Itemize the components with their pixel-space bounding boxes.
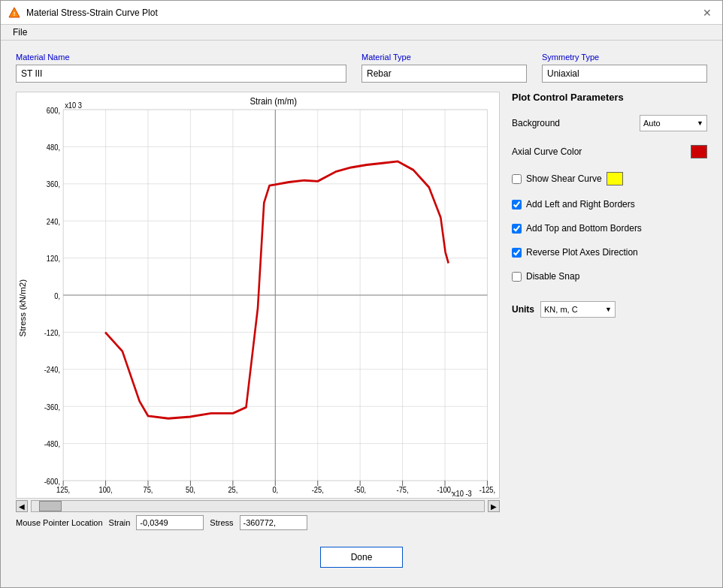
title-bar-left: ! Material Stress-Strain Curve Plot [8,7,158,19]
symmetry-type-label: Symmetry Type [542,53,707,62]
svg-text:-120,: -120, [44,329,60,338]
mouse-pointer-label: Mouse Pointer Location [16,518,103,527]
axial-curve-color-label: Axial Curve Color [512,146,685,157]
mouse-pointer-row: Mouse Pointer Location Strain Stress [16,515,500,530]
add-left-right-label: Add Left and Right Borders [526,199,635,210]
shear-curve-color-swatch[interactable] [607,172,623,185]
menu-bar: File [1,25,722,41]
fields-row: Material Name Material Type Symmetry Typ… [16,53,707,83]
stress-label: Stress [210,518,233,527]
disable-snap-checkbox[interactable] [512,272,522,282]
scroll-left-button[interactable]: ◀ [16,500,28,512]
material-name-label: Material Name [16,53,346,62]
scroll-right-button[interactable]: ▶ [488,500,500,512]
material-name-input[interactable] [16,65,346,83]
material-type-input[interactable] [362,65,527,83]
material-type-group: Material Type [362,53,527,83]
svg-text:240,: 240, [47,217,60,226]
add-left-right-row: Add Left and Right Borders [512,199,707,210]
svg-text:-480,: -480, [44,440,60,449]
svg-text:-75,: -75, [397,486,409,495]
units-dropdown-arrow: ▼ [605,306,612,313]
svg-text:-600,: -600, [44,477,60,486]
main-area: Strain (m/m) Stress (kN/m2) x10 3 x10 -3 [16,92,707,530]
background-value: Auto [643,119,661,128]
disable-snap-label: Disable Snap [526,271,579,282]
axial-curve-color-row: Axial Curve Color [512,145,707,158]
add-top-bottom-label: Add Top and Bottom Borders [526,223,642,234]
background-dropdown-arrow: ▼ [697,119,703,127]
svg-text:0,: 0, [54,291,60,300]
svg-text:360,: 360, [47,180,60,189]
background-dropdown[interactable]: Auto ▼ [640,115,707,131]
show-shear-curve-row: Show Shear Curve [512,172,707,185]
svg-text:x10 -3: x10 -3 [452,489,472,498]
material-type-label: Material Type [362,53,527,62]
done-button[interactable]: Done [320,547,404,568]
svg-text:25,: 25, [228,486,237,495]
reverse-plot-row: Reverse Plot Axes Direction [512,247,707,258]
svg-text:Stress  (kN/m2): Stress (kN/m2) [19,279,27,337]
scroll-thumb[interactable] [39,501,62,511]
svg-text:-100,: -100, [437,486,452,495]
scroll-track[interactable] [31,500,485,512]
background-row: Background Auto ▼ [512,115,707,131]
units-label: Units [512,304,534,315]
svg-text:100,: 100, [99,486,113,495]
plot-svg: Strain (m/m) Stress (kN/m2) x10 3 x10 -3 [17,92,499,498]
svg-text:0,: 0, [272,486,278,495]
svg-text:50,: 50, [186,486,195,495]
plot-area: Strain (m/m) Stress (kN/m2) x10 3 x10 -3 [16,92,500,499]
reverse-plot-checkbox[interactable] [512,248,522,258]
symmetry-type-input[interactable] [542,65,707,83]
svg-text:600,: 600, [47,106,60,115]
app-icon: ! [8,7,20,19]
add-top-bottom-checkbox[interactable] [512,224,522,234]
svg-text:Strain  (m/m): Strain (m/m) [250,96,297,107]
svg-text:75,: 75, [144,486,153,495]
reverse-plot-label: Reverse Plot Axes Direction [526,247,638,258]
svg-text:-25,: -25, [312,486,324,495]
units-dropdown[interactable]: KN, m, C ▼ [540,301,616,318]
title-bar: ! Material Stress-Strain Curve Plot ✕ [1,1,722,25]
add-top-bottom-row: Add Top and Bottom Borders [512,223,707,234]
svg-text:480,: 480, [47,143,60,152]
done-row: Done [16,539,707,575]
strain-label: Strain [109,518,131,527]
material-name-group: Material Name [16,53,346,83]
disable-snap-row: Disable Snap [512,271,707,282]
symmetry-type-group: Symmetry Type [542,53,707,83]
strain-value-input[interactable] [136,515,204,530]
stress-value-input[interactable] [240,515,307,530]
show-shear-curve-checkbox[interactable] [512,174,522,184]
axial-curve-color-swatch[interactable] [691,145,707,158]
svg-text:-240,: -240, [44,366,60,375]
svg-text:x10  3: x10 3 [65,101,82,110]
main-window: ! Material Stress-Strain Curve Plot ✕ Fi… [0,0,723,588]
svg-text:!: ! [14,11,16,17]
background-label: Background [512,118,634,128]
svg-text:-360,: -360, [44,403,60,412]
plot-container: Strain (m/m) Stress (kN/m2) x10 3 x10 -3 [16,92,500,530]
svg-text:-125,: -125, [479,486,495,495]
file-menu[interactable]: File [8,26,32,39]
content-area: Material Name Material Type Symmetry Typ… [1,41,722,587]
svg-text:125,: 125, [56,486,70,495]
show-shear-curve-label: Show Shear Curve [526,173,602,184]
right-panel: Plot Control Parameters Background Auto … [512,92,707,530]
close-button[interactable]: ✕ [700,5,715,20]
svg-text:-50,: -50, [354,486,366,495]
add-left-right-checkbox[interactable] [512,200,522,210]
plot-control-header: Plot Control Parameters [512,92,707,103]
window-title: Material Stress-Strain Curve Plot [26,8,158,18]
units-value: KN, m, C [544,305,578,314]
units-row: Units KN, m, C ▼ [512,301,707,318]
plot-scrollbar: ◀ ▶ [16,500,500,512]
svg-text:120,: 120, [47,255,60,264]
